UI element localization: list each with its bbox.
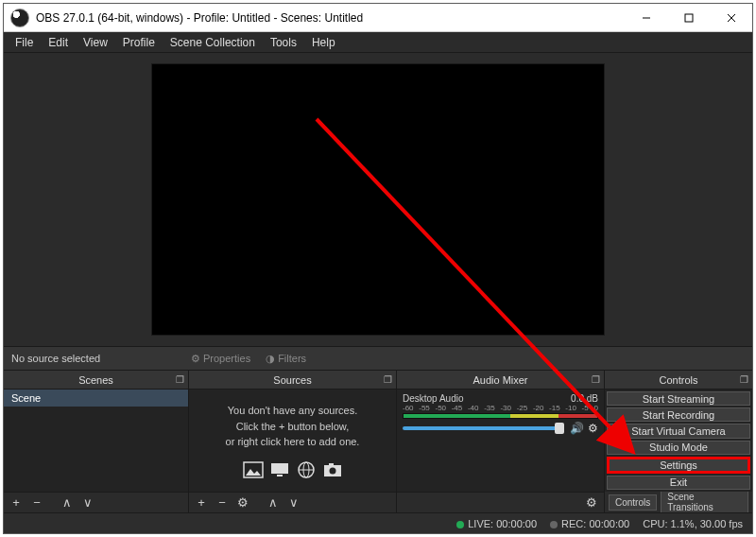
menu-scene-collection[interactable]: Scene Collection [163,33,263,52]
mixer-settings-button[interactable]: ⚙ [583,494,600,511]
tick: -35 [484,404,495,412]
sources-list[interactable]: You don't have any sources. Click the + … [189,390,396,492]
svg-rect-12 [329,463,334,466]
status-cpu: CPU: 1.1%, 30.00 fps [643,518,743,529]
rec-time: 00:00:00 [589,518,629,529]
tick: -15 [549,404,560,412]
mixer-toolbar: ⚙ [397,492,604,512]
menubar: File Edit View Profile Scene Collection … [4,32,752,53]
svg-rect-6 [271,463,288,474]
titlebar: OBS 27.0.1 (64-bit, windows) - Profile: … [4,4,752,32]
tick: -30 [500,404,511,412]
start-recording-button[interactable]: Start Recording [607,407,750,422]
live-label: LIVE: [468,518,493,529]
tick: -45 [452,404,463,412]
remove-scene-button[interactable]: − [28,494,45,511]
popout-icon[interactable]: ❐ [384,374,392,385]
no-source-label: No source selected [4,353,183,364]
scene-down-button[interactable]: ∨ [79,494,96,511]
mixer-slider-row: 🔊 ⚙ [403,422,598,435]
start-virtual-camera-button[interactable]: Start Virtual Camera [607,424,750,438]
display-icon [269,459,290,480]
statusbar: LIVE: 00:00:00 REC: 00:00:00 CPU: 1.1%, … [4,512,752,533]
popout-icon[interactable]: ❐ [740,374,748,385]
maximize-button[interactable] [667,4,710,31]
tick: -5 [582,404,589,412]
preview-canvas[interactable] [151,63,605,336]
popout-icon[interactable]: ❐ [176,374,184,385]
svg-point-13 [329,467,335,474]
scenes-header: Scenes ❐ [4,371,188,390]
controls-panel: Controls ❐ Start Streaming Start Recordi… [605,371,752,512]
live-time: 00:00:00 [496,518,537,529]
sources-panel: Sources ❐ You don't have any sources. Cl… [189,371,397,512]
source-properties-button[interactable]: ⚙ [234,494,251,511]
gear-icon[interactable]: ⚙ [588,422,598,435]
svg-rect-1 [685,14,693,22]
sources-toolbar: + − ⚙ ∧ ∨ [189,492,396,512]
context-bar: No source selected ⚙ Properties ◑ Filter… [4,346,752,371]
live-dot-icon [456,521,464,528]
controls-header: Controls ❐ [605,371,752,390]
remove-source-button[interactable]: − [214,494,231,511]
minimize-button[interactable] [625,4,667,31]
sources-title: Sources [273,374,311,386]
sources-header: Sources ❐ [189,371,396,390]
source-down-button[interactable]: ∨ [285,494,302,511]
mixer-title: Audio Mixer [472,374,527,386]
menu-view[interactable]: View [76,33,115,52]
tick: -55 [419,404,430,412]
source-up-button[interactable]: ∧ [265,494,282,511]
status-live: LIVE: 00:00:00 [456,518,537,529]
menu-file[interactable]: File [8,33,41,52]
popout-icon[interactable]: ❐ [592,374,600,385]
speaker-icon[interactable]: 🔊 [570,422,584,435]
studio-mode-button[interactable]: Studio Mode [607,441,750,455]
window-title: OBS 27.0.1 (64-bit, windows) - Profile: … [36,11,625,25]
filters-icon: ◑ [266,353,275,365]
scenes-panel: Scenes ❐ Scene + − ∧ ∨ [4,371,189,512]
tick: -25 [517,404,528,412]
gear-icon: ⚙ [191,353,200,365]
menu-help[interactable]: Help [304,33,343,52]
mixer-header: Audio Mixer ❐ [397,371,604,390]
menu-edit[interactable]: Edit [41,33,76,52]
mixer-meter-scale: -60 -55 -50 -45 -40 -35 -30 -25 -20 -15 … [403,404,598,413]
scene-up-button[interactable]: ∧ [59,494,76,511]
dock-panels: Scenes ❐ Scene + − ∧ ∨ Sources ❐ You don… [4,371,752,512]
tick: -40 [468,404,479,412]
tab-scene-transitions[interactable]: Scene Transitions [661,489,748,515]
add-scene-button[interactable]: + [8,494,25,511]
window-controls [625,4,752,31]
rec-label: REC: [561,518,586,529]
start-streaming-button[interactable]: Start Streaming [607,391,750,406]
controls-title: Controls [660,374,698,386]
settings-button[interactable]: Settings [607,457,750,474]
mixer-volume-readout: 0.0 dB [560,393,598,404]
add-source-button[interactable]: + [193,494,210,511]
sources-empty-hint: You don't have any sources. Click the + … [189,390,396,456]
scenes-toolbar: + − ∧ ∨ [4,492,188,512]
empty-line-1: You don't have any sources. [198,403,387,419]
menu-profile[interactable]: Profile [115,33,163,52]
audio-mixer-panel: Audio Mixer ❐ Desktop Audio 0.0 dB -60 -… [397,371,605,512]
mixer-meter [403,413,598,419]
image-icon [243,459,264,480]
properties-label: Properties [203,353,250,364]
app-window: OBS 27.0.1 (64-bit, windows) - Profile: … [3,3,753,534]
controls-tabs: Controls Scene Transitions [605,492,752,512]
properties-button[interactable]: ⚙ Properties [183,353,258,365]
exit-button[interactable]: Exit [607,476,750,490]
app-icon [10,9,29,27]
tab-controls[interactable]: Controls [609,494,657,511]
close-button[interactable] [710,4,752,31]
scenes-list[interactable]: Scene [4,390,188,492]
filters-button[interactable]: ◑ Filters [258,353,314,365]
mixer-volume-slider[interactable] [403,426,564,430]
scene-item[interactable]: Scene [4,390,188,407]
source-hint-icons [189,456,396,480]
tick: -60 [403,404,414,412]
status-rec: REC: 00:00:00 [550,518,629,529]
camera-icon [322,459,343,480]
menu-tools[interactable]: Tools [263,33,304,52]
